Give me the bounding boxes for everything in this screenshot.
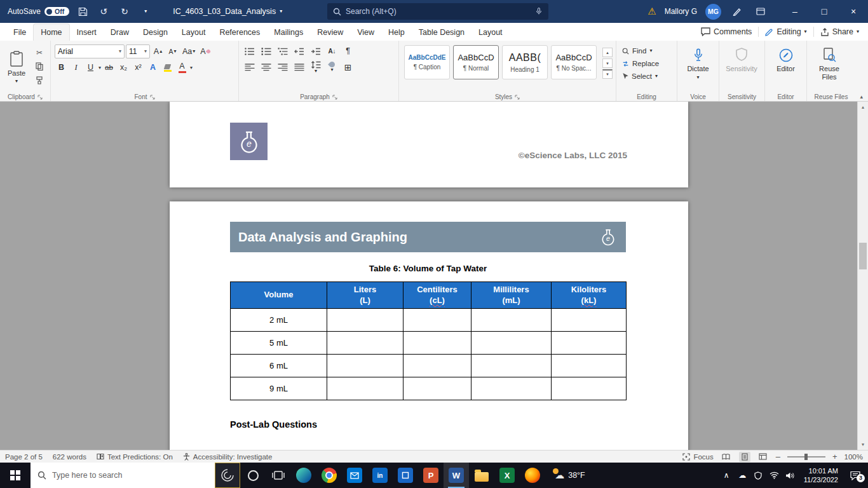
table-cell[interactable] bbox=[552, 377, 627, 400]
table-cell[interactable] bbox=[327, 309, 403, 332]
scrollbar-thumb[interactable] bbox=[859, 243, 867, 269]
print-layout-button[interactable] bbox=[739, 452, 750, 462]
mail-icon[interactable] bbox=[342, 463, 367, 488]
style-normal[interactable]: AaBbCcD ¶ Normal bbox=[453, 45, 499, 79]
share-button[interactable]: Share ▾ bbox=[820, 27, 859, 36]
change-case-button[interactable]: Aa▾ bbox=[180, 45, 197, 58]
multilevel-list-button[interactable] bbox=[276, 44, 290, 58]
vertical-scrollbar[interactable]: ▴ ▾ bbox=[857, 102, 868, 450]
style-heading1[interactable]: AABB( Heading 1 bbox=[502, 45, 548, 79]
dialog-launcher-icon[interactable] bbox=[332, 95, 337, 100]
tab-table-layout[interactable]: Layout bbox=[471, 24, 510, 41]
comments-button[interactable]: Comments bbox=[701, 27, 752, 36]
excel-icon[interactable]: X bbox=[494, 463, 520, 488]
find-button[interactable]: Find ▾ bbox=[620, 44, 673, 57]
underline-button[interactable]: U bbox=[84, 61, 97, 74]
col-header-milliliters[interactable]: Milliliters(mL) bbox=[471, 282, 552, 309]
styles-gallery-more-icon[interactable]: ▾ bbox=[602, 69, 613, 79]
chevron-down-icon[interactable]: ▾ bbox=[98, 65, 101, 71]
styles-scroll-up-icon[interactable]: ▴ bbox=[602, 48, 613, 57]
table-cell[interactable] bbox=[403, 377, 471, 400]
justify-button[interactable] bbox=[292, 60, 306, 74]
clear-formatting-button[interactable]: A bbox=[198, 45, 212, 58]
strikethrough-button[interactable]: ab bbox=[102, 61, 116, 74]
paste-button[interactable]: Paste ▾ bbox=[4, 43, 29, 91]
numbering-button[interactable] bbox=[259, 44, 273, 58]
weather-widget[interactable]: ☁ 38°F bbox=[545, 463, 595, 488]
italic-button[interactable]: I bbox=[69, 61, 83, 74]
grow-font-button[interactable]: A▴ bbox=[151, 45, 165, 58]
zoom-out-button[interactable]: – bbox=[776, 452, 780, 461]
tab-table-design[interactable]: Table Design bbox=[412, 24, 471, 41]
bold-button[interactable]: B bbox=[55, 61, 68, 74]
styles-scroll-down-icon[interactable]: ▾ bbox=[602, 58, 613, 68]
volume-icon[interactable] bbox=[782, 463, 798, 488]
col-header-liters[interactable]: Liters(L) bbox=[327, 282, 403, 309]
sensitivity-button[interactable]: Sensitivity bbox=[723, 43, 760, 91]
show-paragraph-marks-button[interactable]: ¶ bbox=[341, 44, 355, 58]
cortana-icon[interactable] bbox=[240, 463, 266, 488]
subscript-button[interactable]: x₂ bbox=[117, 61, 130, 74]
font-color-button[interactable]: A bbox=[175, 61, 189, 74]
table-cell[interactable] bbox=[471, 309, 552, 332]
hidden-icons-chevron[interactable]: ∧ bbox=[719, 463, 735, 488]
chrome-icon[interactable] bbox=[316, 463, 342, 488]
superscript-button[interactable]: x² bbox=[132, 61, 145, 74]
spiral-app-icon[interactable] bbox=[215, 463, 240, 488]
zoom-slider[interactable] bbox=[787, 456, 825, 458]
col-header-centiliters[interactable]: Centiliters(cL) bbox=[403, 282, 471, 309]
collapse-ribbon-icon[interactable]: ▴ bbox=[860, 93, 863, 100]
powerpoint-icon[interactable]: P bbox=[418, 463, 444, 488]
font-name-select[interactable]: Arial▾ bbox=[55, 44, 125, 58]
editing-mode-button[interactable]: Editing ▾ bbox=[765, 27, 806, 36]
start-button[interactable] bbox=[0, 463, 31, 488]
redo-icon[interactable]: ↻ bbox=[117, 4, 132, 19]
replace-button[interactable]: Replace bbox=[620, 57, 673, 70]
table-cell[interactable] bbox=[471, 332, 552, 355]
style-no-spacing[interactable]: AaBbCcD ¶ No Spac... bbox=[551, 45, 597, 79]
web-layout-button[interactable] bbox=[757, 452, 769, 462]
table-cell[interactable] bbox=[471, 355, 552, 377]
app-icon-blue[interactable] bbox=[393, 463, 418, 488]
dialog-launcher-icon[interactable] bbox=[515, 95, 520, 100]
focus-button[interactable]: Focus bbox=[682, 453, 713, 461]
word-icon[interactable]: W bbox=[444, 463, 469, 488]
zoom-level[interactable]: 100% bbox=[844, 453, 863, 461]
sort-button[interactable]: A↓ bbox=[325, 44, 339, 58]
task-view-icon[interactable] bbox=[266, 463, 291, 488]
tab-review[interactable]: Review bbox=[310, 24, 350, 41]
align-left-button[interactable] bbox=[243, 60, 257, 74]
scroll-up-icon[interactable]: ▴ bbox=[858, 102, 868, 112]
proofing-status[interactable]: Text Predictions: On bbox=[97, 453, 173, 461]
document-title[interactable]: IC_4603_L03_Data_Analysis ▾ bbox=[173, 7, 282, 16]
cut-icon[interactable]: ✂ bbox=[32, 46, 46, 58]
read-mode-button[interactable] bbox=[721, 452, 732, 462]
borders-button[interactable]: ⊞ bbox=[341, 60, 355, 74]
wifi-icon[interactable] bbox=[766, 463, 782, 488]
dialog-launcher-icon[interactable] bbox=[37, 95, 43, 100]
tab-layout[interactable]: Layout bbox=[175, 24, 213, 41]
zoom-in-button[interactable]: + bbox=[832, 452, 837, 461]
tab-insert[interactable]: Insert bbox=[70, 24, 104, 41]
table-cell[interactable] bbox=[327, 377, 403, 400]
clock[interactable]: 10:01 AM 11/23/2022 bbox=[798, 466, 844, 485]
row-label[interactable]: 2 mL bbox=[231, 309, 327, 332]
table-cell[interactable] bbox=[327, 355, 403, 377]
search-input[interactable] bbox=[346, 7, 531, 16]
avatar[interactable]: MG bbox=[705, 4, 721, 20]
scroll-down-icon[interactable]: ▾ bbox=[858, 439, 868, 450]
tab-draw[interactable]: Draw bbox=[104, 24, 136, 41]
row-label[interactable]: 6 mL bbox=[231, 355, 327, 377]
bullets-button[interactable] bbox=[243, 44, 257, 58]
search-box[interactable] bbox=[327, 3, 548, 20]
table-cell[interactable] bbox=[403, 309, 471, 332]
tab-references[interactable]: References bbox=[212, 24, 267, 41]
font-size-select[interactable]: 11▾ bbox=[126, 44, 150, 58]
increase-indent-button[interactable] bbox=[309, 44, 323, 58]
tab-home[interactable]: Home bbox=[33, 24, 69, 41]
tab-help[interactable]: Help bbox=[381, 24, 412, 41]
file-explorer-icon[interactable] bbox=[469, 463, 494, 488]
firefox-icon[interactable] bbox=[520, 463, 545, 488]
taskbar-search[interactable] bbox=[31, 463, 215, 488]
tab-design[interactable]: Design bbox=[136, 24, 175, 41]
